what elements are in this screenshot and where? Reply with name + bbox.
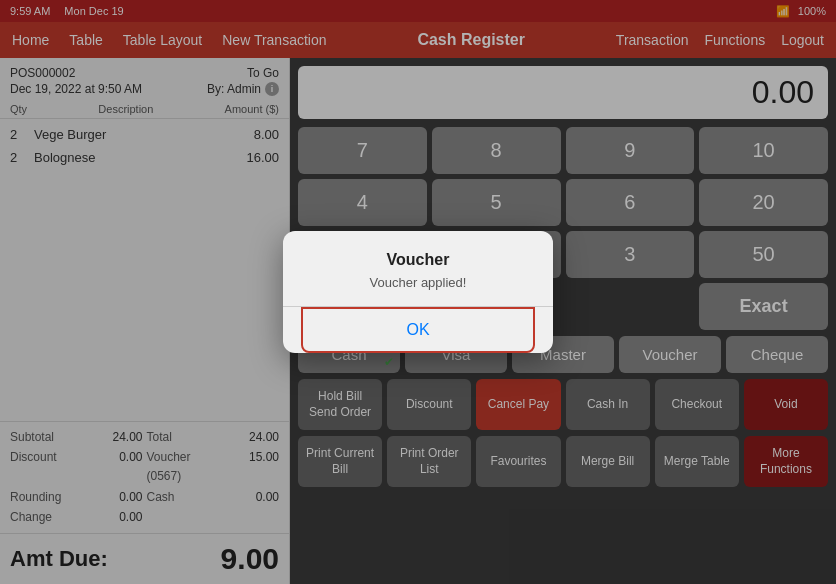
dialog-actions: OK [303, 307, 533, 353]
dialog-overlay: Voucher Voucher applied! OK [0, 0, 836, 584]
dialog-title: Voucher [303, 251, 533, 269]
dialog-ok-button[interactable]: OK [301, 307, 535, 353]
voucher-dialog: Voucher Voucher applied! OK [283, 231, 553, 353]
dialog-message: Voucher applied! [303, 275, 533, 290]
